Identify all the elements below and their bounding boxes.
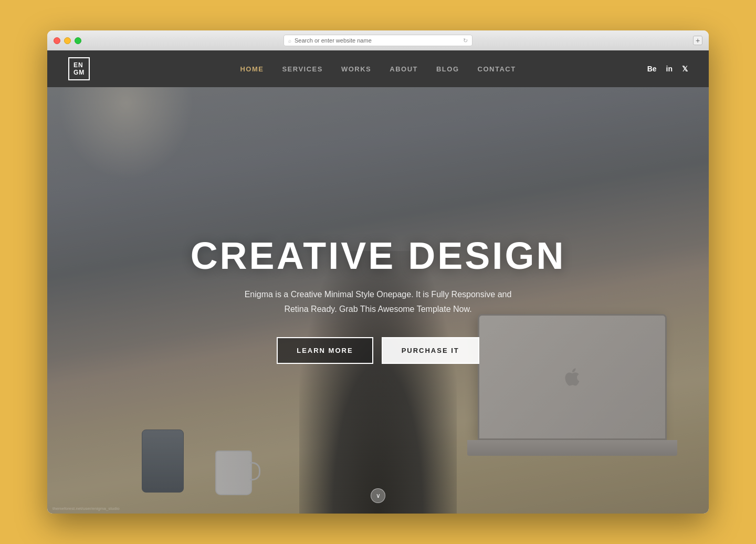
titlebar: ⌕ Search or enter website name ↻ + xyxy=(47,30,709,50)
chevron-down-icon: ∨ xyxy=(376,492,381,499)
twitter-icon[interactable]: 𝕏 xyxy=(682,65,688,73)
hero-content: CREATIVE DESIGN Enigma is a Creative Min… xyxy=(180,226,576,374)
watermark: themeforest.net/user/enigma_studio xyxy=(52,506,120,511)
social-icons: Be in 𝕏 xyxy=(647,65,688,73)
nav-home[interactable]: HOME xyxy=(240,65,264,73)
url-text: Search or enter website name xyxy=(295,37,460,44)
nav-about[interactable]: ABOUT xyxy=(390,65,418,73)
learn-more-button[interactable]: LEARN MORE xyxy=(277,337,373,364)
traffic-lights xyxy=(54,37,81,44)
hero-section: CREATIVE DESIGN Enigma is a Creative Min… xyxy=(47,87,709,514)
url-bar[interactable]: ⌕ Search or enter website name ↻ xyxy=(284,35,472,46)
navbar: EN GM HOME SERVICES WORKS ABOUT BLOG CON… xyxy=(47,50,709,87)
search-icon: ⌕ xyxy=(288,38,291,44)
nav-works[interactable]: WORKS xyxy=(341,65,371,73)
linkedin-icon[interactable]: in xyxy=(666,65,673,73)
nav-services[interactable]: SERVICES xyxy=(282,65,323,73)
logo[interactable]: EN GM xyxy=(68,57,90,81)
website-content: EN GM HOME SERVICES WORKS ABOUT BLOG CON… xyxy=(47,50,709,514)
hero-subtitle: Enigma is a Creative Minimal Style Onepa… xyxy=(231,287,525,316)
purchase-button[interactable]: PURCHASE IT xyxy=(382,337,479,364)
mac-window: ⌕ Search or enter website name ↻ + EN GM… xyxy=(47,30,709,514)
hero-title: CREATIVE DESIGN xyxy=(191,237,566,275)
hero-buttons: LEARN MORE PURCHASE IT xyxy=(191,337,566,364)
scroll-indicator[interactable]: ∨ xyxy=(371,488,385,503)
behance-icon[interactable]: Be xyxy=(647,65,657,73)
close-button[interactable] xyxy=(54,37,60,44)
nav-contact[interactable]: CONTACT xyxy=(478,65,516,73)
reload-icon: ↻ xyxy=(463,37,468,44)
nav-links: HOME SERVICES WORKS ABOUT BLOG CONTACT xyxy=(240,65,516,73)
minimize-button[interactable] xyxy=(64,37,71,44)
nav-blog[interactable]: BLOG xyxy=(436,65,459,73)
new-tab-button[interactable]: + xyxy=(693,36,702,45)
maximize-button[interactable] xyxy=(75,37,81,44)
